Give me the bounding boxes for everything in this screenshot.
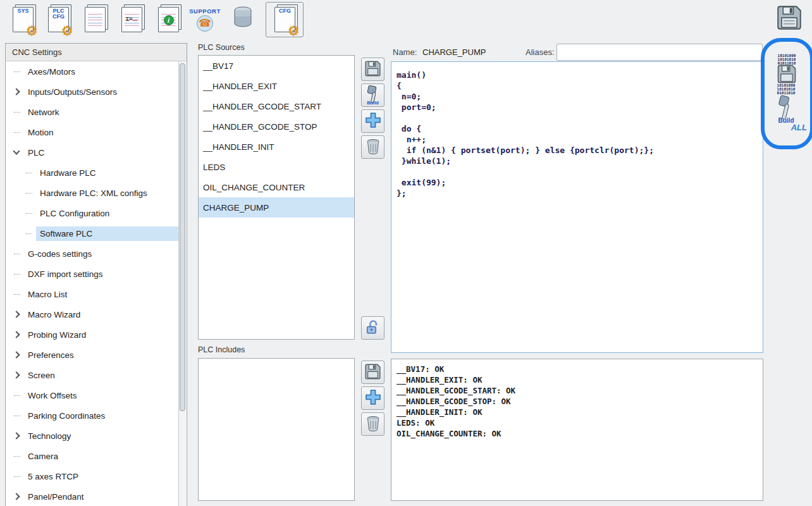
log-line: __HANDLER_GCODE_STOP: OK bbox=[397, 396, 758, 407]
code-text: main() { n=0; port=0; do { n++; if (n&1)… bbox=[391, 62, 763, 206]
cnc-settings-tree: Axes/MotorsInputs/Outputs/SensorsNetwork… bbox=[6, 61, 178, 506]
log-line: __HANDLER_INIT: OK bbox=[397, 407, 758, 417]
sidebar-item-label: Parking Coordinates bbox=[24, 409, 178, 423]
aliases-input[interactable] bbox=[557, 44, 763, 61]
plc-source-item[interactable]: __HANDLER_INIT bbox=[199, 137, 354, 157]
sidebar-item-5-axes-rtcp[interactable]: 5 axes RTCP bbox=[6, 466, 178, 486]
build-all-label-2: ALL bbox=[791, 123, 807, 132]
sidebar-item-label: Motion bbox=[24, 125, 178, 140]
chevron-right-icon[interactable] bbox=[13, 371, 20, 378]
chevron-right-icon[interactable] bbox=[13, 493, 20, 500]
document-icon: i bbox=[158, 7, 179, 32]
unlock-source-button[interactable] bbox=[361, 316, 384, 340]
sidebar-title: CNC Settings bbox=[6, 44, 187, 61]
delete-include-button[interactable] bbox=[361, 412, 384, 436]
sidebar-item-label: Preferences bbox=[24, 348, 178, 362]
plc-source-item[interactable]: __HANDLER_GCODE_START bbox=[199, 96, 354, 116]
sidebar-item-macro-wizard[interactable]: Macro Wizard bbox=[6, 304, 178, 324]
sidebar-item-g-codes-settings[interactable]: G-codes settings bbox=[6, 244, 178, 264]
save-binary-button[interactable]: 10101000 10101010 01011010 bbox=[767, 53, 806, 86]
plus-icon bbox=[364, 111, 382, 131]
tree-branch-line bbox=[14, 416, 20, 416]
macro-label: Σ=... bbox=[122, 16, 142, 22]
sidebar-item-label: Screen bbox=[24, 368, 178, 383]
support-icon: SUPPORT ☎ bbox=[189, 8, 220, 32]
chevron-down-icon[interactable] bbox=[13, 147, 20, 154]
plc-source-item[interactable]: __HANDLER_GCODE_STOP bbox=[199, 116, 354, 137]
tree-branch-line bbox=[14, 132, 20, 133]
database-button[interactable] bbox=[225, 2, 261, 37]
sidebar-item-software-plc[interactable]: Software PLC bbox=[6, 223, 178, 244]
build-source-button[interactable]: Build bbox=[361, 83, 384, 107]
plc-source-item[interactable]: CHARGE_PUMP bbox=[199, 197, 354, 218]
sidebar-item-preferences[interactable]: Preferences bbox=[6, 345, 178, 365]
delete-source-button[interactable] bbox=[361, 135, 384, 159]
sidebar-item-label: G-codes settings bbox=[24, 247, 178, 261]
sidebar-item-work-offsets[interactable]: Work Offsets bbox=[6, 385, 178, 405]
plc-cfg-label: PLC CFG bbox=[50, 8, 68, 20]
plc-source-item[interactable]: __HANDLER_EXIT bbox=[199, 76, 354, 96]
sidebar-item-label: 5 axes RTCP bbox=[24, 469, 178, 484]
support-label: SUPPORT bbox=[189, 8, 220, 15]
macro-sum-button[interactable]: Σ=... bbox=[114, 2, 149, 37]
sidebar-item-dxf-import-settings[interactable]: DXF import settings bbox=[6, 264, 178, 284]
info-button[interactable]: i bbox=[151, 2, 186, 37]
save-settings-button[interactable] bbox=[771, 3, 808, 34]
aliases-label: Aliases: bbox=[526, 47, 555, 57]
sidebar-item-network[interactable]: Network bbox=[6, 102, 178, 122]
add-include-button[interactable] bbox=[361, 386, 384, 410]
chevron-right-icon[interactable] bbox=[13, 331, 20, 338]
log-pages-button[interactable] bbox=[77, 2, 113, 37]
sidebar-item-screen[interactable]: Screen bbox=[6, 365, 178, 385]
document-icon bbox=[85, 7, 106, 32]
sidebar-item-camera[interactable]: Camera bbox=[6, 446, 178, 466]
document-icon: PLC CFG ⚙ bbox=[48, 7, 69, 32]
chevron-right-icon[interactable] bbox=[13, 311, 20, 318]
chevron-right-icon[interactable] bbox=[13, 432, 20, 439]
tree-branch-line bbox=[26, 173, 32, 173]
cfg-button[interactable]: CFG ⚙ bbox=[266, 2, 304, 37]
save-source-button[interactable] bbox=[361, 58, 384, 81]
scrollbar-thumb[interactable] bbox=[180, 63, 185, 411]
sidebar-item-plc[interactable]: PLC bbox=[6, 142, 178, 163]
sidebar-item-motion[interactable]: Motion bbox=[6, 122, 178, 142]
sidebar-item-inputs-outputs-sensors[interactable]: Inputs/Outputs/Sensors bbox=[6, 82, 178, 102]
sidebar-item-parking-coordinates[interactable]: Parking Coordinates bbox=[6, 405, 178, 426]
tree-branch-line bbox=[26, 193, 32, 194]
plc-includes-list bbox=[198, 358, 355, 501]
sidebar-item-panel-pendant[interactable]: Panel/Pendant bbox=[6, 486, 178, 506]
plc-source-item[interactable]: OIL_CHANGE_COUNTER bbox=[199, 177, 354, 197]
document-icon: CFG ⚙ bbox=[274, 7, 295, 32]
diskette-icon bbox=[776, 4, 803, 33]
sidebar-item-probing-wizard[interactable]: Probing Wizard bbox=[6, 324, 178, 345]
plc-source-item[interactable]: __BV17 bbox=[199, 56, 354, 76]
sidebar-item-label: Work Offsets bbox=[24, 388, 178, 403]
save-include-button[interactable] bbox=[361, 361, 384, 384]
sidebar-item-macro-list[interactable]: Macro List bbox=[6, 284, 178, 304]
log-line: __BV17: OK bbox=[397, 364, 758, 374]
phone-circle: ☎ bbox=[197, 15, 213, 32]
plc-cfg-button[interactable]: PLC CFG ⚙ bbox=[40, 2, 76, 37]
cnc-settings-panel: CNC Settings Axes/MotorsInputs/Outputs/S… bbox=[5, 43, 187, 506]
code-editor[interactable]: main() { n=0; port=0; do { n++; if (n&1)… bbox=[391, 61, 763, 353]
sidebar-item-label: PLC bbox=[24, 145, 178, 160]
chevron-right-icon[interactable] bbox=[13, 88, 20, 95]
plc-source-item[interactable]: LEDS bbox=[199, 157, 354, 177]
log-line: OIL_CHANGE_COUNTER: OK bbox=[397, 428, 758, 439]
database-icon bbox=[232, 6, 254, 34]
sidebar-item-plc-configuration[interactable]: PLC Configuration bbox=[6, 203, 178, 223]
sidebar-item-hardware-plc[interactable]: Hardware PLC bbox=[6, 163, 178, 183]
sys-settings-button[interactable]: SYS ⚙ bbox=[5, 2, 40, 37]
sidebar-item-label: DXF import settings bbox=[24, 267, 178, 281]
padlock-icon bbox=[364, 319, 381, 338]
build-all-button[interactable]: 10101000 10101010 01011010 Build ALL bbox=[765, 85, 807, 130]
support-button[interactable]: SUPPORT ☎ bbox=[187, 2, 223, 37]
trash-icon bbox=[366, 415, 381, 434]
chevron-right-icon[interactable] bbox=[13, 351, 20, 358]
document-icon: Σ=... bbox=[121, 7, 142, 32]
sidebar-item-technology[interactable]: Technology bbox=[6, 426, 178, 446]
sidebar-item-axes-motors[interactable]: Axes/Motors bbox=[6, 61, 178, 82]
sidebar-item-hardware-plc-xml-configs[interactable]: Hardware PLC: XML configs bbox=[6, 183, 178, 203]
sidebar-scrollbar[interactable] bbox=[178, 61, 186, 506]
add-source-button[interactable] bbox=[361, 109, 384, 133]
